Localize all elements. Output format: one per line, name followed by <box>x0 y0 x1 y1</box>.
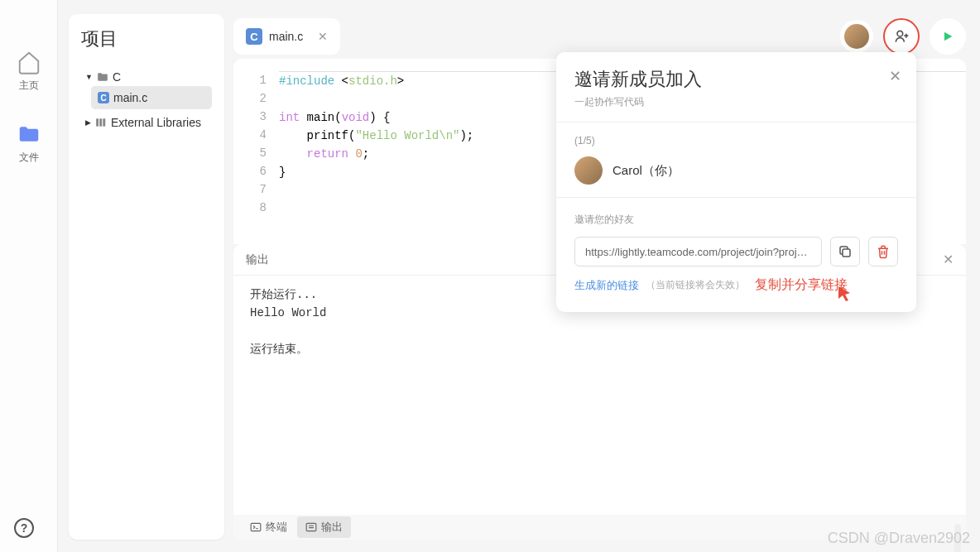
tab-terminal[interactable]: 终端 <box>242 516 295 538</box>
tree-file-mainc[interactable]: C main.c <box>91 86 212 109</box>
project-title: 项目 <box>81 26 212 51</box>
avatar-icon <box>574 156 603 185</box>
tab-label: main.c <box>269 30 303 43</box>
copy-share-label: 复制并分享链接 <box>755 276 848 294</box>
copy-button[interactable] <box>830 237 860 266</box>
bottom-tabs: 终端 输出 <box>233 515 966 540</box>
dialog-invite-section: 邀请您的好友 生成新的链接 （当前链接将会失效） 复制并分享链接 <box>556 197 916 312</box>
trash-icon <box>876 244 891 259</box>
terminal-icon <box>250 522 262 532</box>
tree-root[interactable]: ▼ C <box>81 68 212 86</box>
tab-mainc[interactable]: C main.c ✕ <box>233 18 340 55</box>
generate-link[interactable]: 生成新的链接 <box>574 278 639 293</box>
c-file-icon: C <box>98 92 109 103</box>
close-icon[interactable]: ✕ <box>943 252 954 267</box>
avatar-icon <box>844 24 869 49</box>
dialog-members: (1/5) Carol（你） <box>556 122 916 197</box>
svg-rect-6 <box>843 249 850 257</box>
invite-label: 邀请您的好友 <box>574 213 898 227</box>
user-avatar-button[interactable] <box>840 20 873 53</box>
play-icon <box>941 30 954 43</box>
chevron-right-icon: ▶ <box>85 118 91 127</box>
c-file-icon: C <box>246 28 262 45</box>
svg-rect-1 <box>99 118 102 126</box>
project-panel: 项目 ▼ C C main.c ▶ External Libraries <box>69 14 224 540</box>
ext-libs-label: External Libraries <box>111 116 201 129</box>
delete-button[interactable] <box>868 237 898 266</box>
scrollbar[interactable] <box>954 524 961 552</box>
dialog-title: 邀请新成员加入 <box>574 67 898 92</box>
member-name: Carol（你） <box>612 163 680 179</box>
output-title: 输出 <box>246 252 269 267</box>
folder-icon <box>17 122 41 146</box>
invite-url-input[interactable] <box>574 237 822 266</box>
tree-external-libs[interactable]: ▶ External Libraries <box>81 113 212 132</box>
copy-icon <box>838 244 853 259</box>
dialog-close-icon[interactable]: ✕ <box>889 67 901 85</box>
editor-tabs: C main.c ✕ <box>233 18 340 55</box>
run-button[interactable] <box>930 18 966 55</box>
folder-icon <box>97 72 108 82</box>
tab-output[interactable]: 输出 <box>297 516 351 538</box>
tab-close-icon[interactable]: ✕ <box>318 30 328 43</box>
member-row: Carol（你） <box>574 156 898 185</box>
add-user-icon <box>893 28 910 45</box>
cursor-arrow-icon <box>836 285 853 303</box>
help-button[interactable]: ? <box>14 518 34 538</box>
home-icon <box>17 50 41 74</box>
file-label: main.c <box>113 91 147 104</box>
nav-home-label: 主页 <box>19 79 39 93</box>
svg-rect-2 <box>103 118 105 126</box>
invite-row <box>574 237 898 266</box>
svg-rect-4 <box>251 523 261 530</box>
output-icon <box>305 522 317 532</box>
member-count: (1/5) <box>574 135 898 146</box>
svg-point-3 <box>897 31 903 36</box>
nav-files-label: 文件 <box>19 151 39 165</box>
invite-dialog: 邀请新成员加入 一起协作写代码 ✕ (1/5) Carol（你） 邀请您的好友 … <box>556 52 916 312</box>
dialog-subtitle: 一起协作写代码 <box>574 95 898 109</box>
library-icon <box>95 118 107 127</box>
nav-home[interactable]: 主页 <box>17 50 41 93</box>
top-actions <box>840 18 966 55</box>
invite-footer: 生成新的链接 （当前链接将会失效） 复制并分享链接 <box>574 276 898 294</box>
dialog-header: 邀请新成员加入 一起协作写代码 ✕ <box>556 52 916 122</box>
root-label: C <box>113 70 121 84</box>
sidebar-nav: 主页 文件 <box>0 0 58 552</box>
invite-member-button[interactable] <box>883 18 920 55</box>
chevron-down-icon: ▼ <box>85 73 93 81</box>
link-note: （当前链接将会失效） <box>646 278 745 292</box>
nav-files[interactable]: 文件 <box>17 122 41 165</box>
svg-rect-0 <box>96 118 98 126</box>
line-gutter: 12345678 <box>233 71 279 232</box>
